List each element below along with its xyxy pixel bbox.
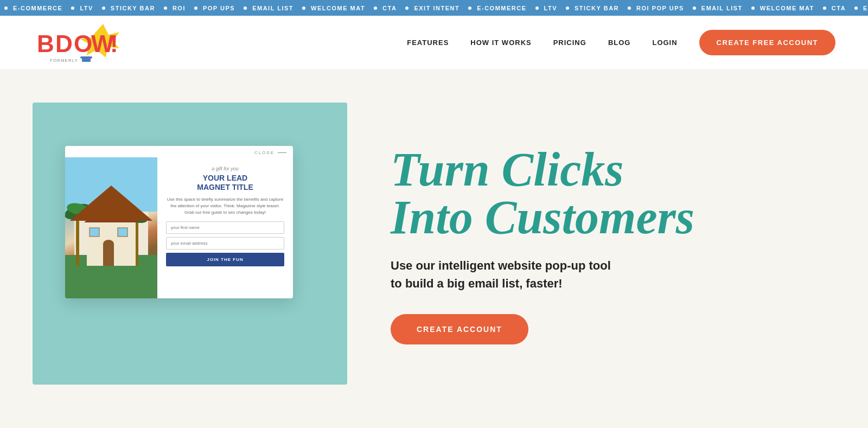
popup-subtitle: a gift for you [166,166,284,171]
ticker-item: WELCOME MAT [298,5,369,11]
nav-blog[interactable]: BLOG [608,39,631,47]
hero-subtext: Use our intelligent website pop-up tool … [391,257,814,292]
popup-firstname-input[interactable] [166,221,284,234]
svg-rect-8 [82,59,91,62]
nav-login[interactable]: LOGIN [652,39,677,47]
hero-heading-line1: Turn Clicks [391,143,624,196]
popup-card: CLOSE [65,146,293,298]
svg-rect-11 [76,212,79,266]
popup-title: YOUR LEAD MAGNET TITLE [166,174,284,192]
svg-rect-19 [90,228,99,237]
create-account-button[interactable]: CREATE ACCOUNT [391,314,528,344]
popup-description: Use this space to briefly summarize the … [166,196,284,216]
popup-image [65,157,157,298]
svg-rect-7 [80,56,92,59]
nav-links: FEATURES HOW IT WORKS PRICING BLOG LOGIN… [407,30,835,55]
svg-text:O: O [74,30,92,57]
ticker-bar: E-COMMERCE LTV STICKY BAR ROI POP UPS EM… [0,0,868,16]
ticker-item: EMAIL LIST [688,5,747,11]
hero-text: Turn Clicks Into Customers Use our intel… [391,103,814,344]
hero-section: CLOSE [0,70,868,417]
ticker-item: EMAIL LIST [239,5,298,11]
svg-rect-9 [65,157,157,212]
ticker-item: E-COMMERCE [0,5,67,11]
close-line-icon [278,152,286,153]
ticker-inner: E-COMMERCE LTV STICKY BAR ROI POP UPS EM… [0,5,868,11]
popup-email-input[interactable] [166,237,284,250]
nav-pricing[interactable]: PRICING [553,39,586,47]
ticker-item: STICKY BAR [561,5,623,11]
ticker-item: LTV [67,5,97,11]
popup-header: CLOSE [65,146,293,157]
ticker-item: EXIT INTENT [850,5,868,11]
svg-text:FORMERLY: FORMERLY [50,58,78,63]
ticker-item: WELCOME MAT [747,5,819,11]
ticker-item: E-COMMERCE [464,5,531,11]
popup-body: a gift for you YOUR LEAD MAGNET TITLE Us… [65,157,293,298]
logo-area: B D O W ! FORMERLY [33,18,119,67]
hero-heading-line2: Into Customers [391,191,694,244]
popup-content: a gift for you YOUR LEAD MAGNET TITLE Us… [157,157,293,298]
ticker-item: CTA [369,5,401,11]
hero-heading: Turn Clicks Into Customers [391,146,814,241]
ticker-item: LTV [531,5,561,11]
svg-point-21 [103,240,114,248]
ticker-item: CTA [819,5,850,11]
popup-illustration: CLOSE [33,103,347,385]
svg-rect-14 [136,217,138,266]
ticker-item: EXIT INTENT [401,5,464,11]
close-label[interactable]: CLOSE [254,150,275,155]
nav-features[interactable]: FEATURES [407,39,449,47]
ticker-item: POP UPS [190,5,239,11]
logo[interactable]: B D O W ! FORMERLY [33,18,119,67]
svg-marker-17 [84,201,138,222]
svg-text:B: B [37,30,54,57]
popup-join-button[interactable]: JOIN THE FUN [166,253,284,266]
ticker-item: ROI [159,5,190,11]
ticker-item: ROI POP UPS [623,5,688,11]
create-free-account-button[interactable]: CREATE FREE ACCOUNT [699,30,835,55]
svg-text:!: ! [110,30,118,57]
navbar: B D O W ! FORMERLY FEATURES HOW IT WORKS… [0,16,868,70]
svg-text:D: D [55,30,73,57]
svg-rect-20 [118,228,127,237]
nav-how-it-works[interactable]: HOW IT WORKS [470,39,531,47]
ticker-item: STICKY BAR [98,5,159,11]
